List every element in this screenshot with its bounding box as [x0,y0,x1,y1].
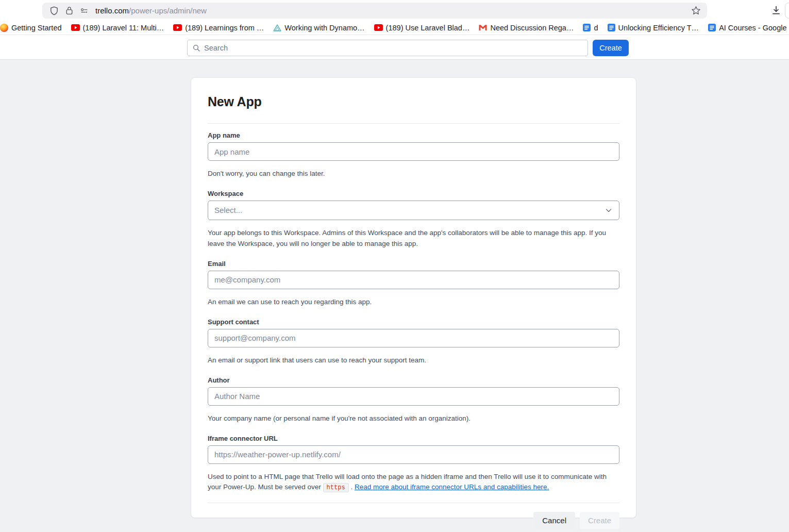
youtube-icon [71,24,80,31]
youtube-icon [374,24,383,31]
search-box[interactable] [187,40,588,56]
iframe-help-separator: . [350,483,352,491]
bookmark-label: (189) Learnings from … [185,24,264,32]
bookmark-d[interactable]: d [583,24,598,32]
cancel-button[interactable]: Cancel [533,512,575,529]
browser-toolbar: trello.com/power-ups/admin/new [0,0,789,21]
page-header: Create [0,35,789,60]
docs-icon [583,24,591,31]
app-name-input[interactable] [208,142,619,161]
docs-icon [608,24,615,31]
bookmarks-bar: Getting Started (189) Laravel 11: Multi…… [0,21,789,35]
bookmark-need-discussion[interactable]: Need Discussion Rega… [479,24,574,32]
bookmark-label: Getting Started [11,24,62,32]
author-help: Your company name (or personal name if y… [208,413,619,424]
bookmark-laravel-multi[interactable]: (189) Laravel 11: Multi… [71,24,164,32]
dynamo-icon [273,24,281,31]
iframe-connector-input[interactable] [208,445,619,464]
gmail-icon [479,24,487,31]
iframe-connector-label: Iframe connector URL [208,435,619,442]
app-name-label: App name [208,131,619,139]
iframe-connector-field-group: Iframe connector URL Used to point to a … [208,435,619,493]
support-contact-label: Support contact [208,318,619,326]
workspace-help: Your app belongs to this Workspace. Admi… [208,228,619,250]
bookmark-unlocking-efficiency[interactable]: Unlocking Efficiency T… [608,24,699,32]
bookmark-label: d [594,24,598,32]
email-field-group: Email An email we can use to reach you r… [208,260,619,308]
bookmark-star-icon[interactable] [691,6,701,15]
bookmark-label: Unlocking Efficiency T… [618,24,699,32]
author-input[interactable] [208,387,619,406]
download-icon[interactable] [771,5,781,15]
form-actions: Cancel Create [208,503,619,529]
app-name-help: Don't worry, you can change this later. [208,169,619,179]
page-title: New App [208,94,619,109]
workspace-select[interactable]: Select... [208,201,619,220]
address-bar[interactable]: trello.com/power-ups/admin/new [42,3,707,19]
iframe-connector-help: Used to point to a HTML page that Trello… [208,472,619,493]
bookmark-working-with-dynamo[interactable]: Working with Dynamo… [273,24,364,32]
docs-icon [708,24,716,31]
new-app-form-card: New App App name Don't worry, you can ch… [191,77,636,518]
bookmark-label: (189) Laravel 11: Multi… [83,24,164,32]
page-content: New App App name Don't worry, you can ch… [0,60,789,532]
create-button[interactable]: Create [580,512,619,529]
support-contact-input[interactable] [208,329,619,347]
https-code-chip: https [323,483,349,492]
email-input[interactable] [208,271,619,289]
bookmark-ai-courses[interactable]: AI Courses - Google D… [708,24,789,32]
support-contact-help: An email or support link that users can … [208,355,619,366]
email-help: An email we can use to reach you regardi… [208,297,619,308]
chevron-down-icon [605,206,613,214]
search-input[interactable] [204,44,582,52]
support-contact-field-group: Support contact An email or support link… [208,318,619,366]
firefox-icon [0,24,8,32]
url-text[interactable]: trello.com/power-ups/admin/new [95,6,684,15]
author-field-group: Author Your company name (or personal na… [208,376,619,424]
divider [208,123,619,124]
url-path: /power-ups/admin/new [129,6,207,15]
bookmark-learnings-from[interactable]: (189) Learnings from … [173,24,264,32]
bookmark-use-laravel-blade[interactable]: (189) Use Laravel Blad… [374,24,470,32]
bookmark-label: AI Courses - Google D… [719,24,789,32]
email-label: Email [208,260,619,268]
youtube-icon [173,24,182,31]
bookmark-label: Need Discussion Rega… [490,24,574,32]
toolbar-edge-element [785,3,789,19]
permissions-icon[interactable] [80,7,89,14]
iframe-connector-docs-link[interactable]: Read more about iframe connector URLs an… [355,483,549,491]
lock-icon[interactable] [65,6,73,15]
bookmark-label: (189) Use Laravel Blad… [386,24,470,32]
search-icon [193,44,200,52]
url-host: trello.com [95,6,129,15]
shield-icon[interactable] [49,6,59,15]
app-name-field-group: App name Don't worry, you can change thi… [208,131,619,179]
header-create-button[interactable]: Create [593,40,629,56]
workspace-select-value: Select... [214,206,242,214]
workspace-label: Workspace [208,190,619,197]
bookmark-getting-started[interactable]: Getting Started [0,24,62,32]
workspace-field-group: Workspace Select... Your app belongs to … [208,190,619,250]
author-label: Author [208,376,619,384]
bookmark-label: Working with Dynamo… [284,24,364,32]
